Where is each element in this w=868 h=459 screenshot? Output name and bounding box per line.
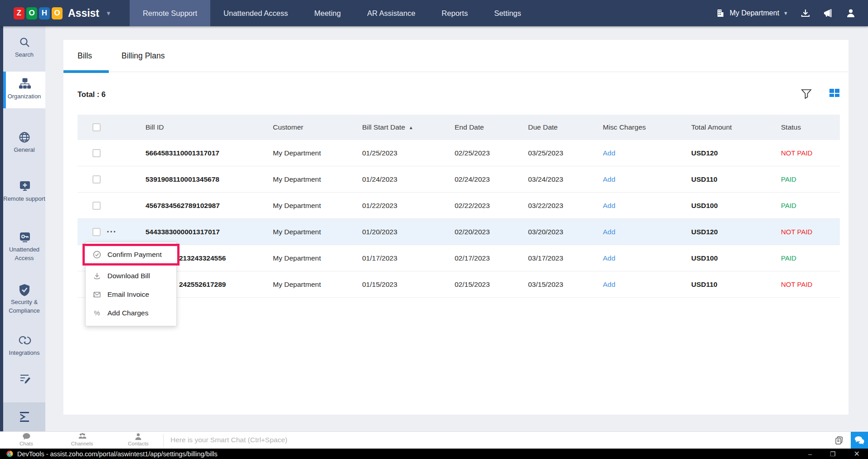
menu-item-confirm-payment[interactable]: Confirm Payment <box>82 244 179 266</box>
select-all-checkbox[interactable] <box>92 123 101 131</box>
table-row-active[interactable]: ••• 5443383000001317017 My Department 01… <box>78 219 840 245</box>
end-date: 02/20/2023 <box>455 228 528 236</box>
table-row[interactable]: 5664583110001317017 My Department 01/25/… <box>78 140 840 166</box>
col-total-amount[interactable]: Total Amount <box>691 123 781 131</box>
row-checkbox[interactable] <box>92 175 101 184</box>
download-agent-icon[interactable] <box>800 8 811 19</box>
recent-chats-icon[interactable] <box>834 435 844 446</box>
contacts-label: Contacts <box>128 441 148 446</box>
add-misc-charge-link[interactable]: Add <box>603 149 616 157</box>
department-selector[interactable]: My Department ▼ <box>715 8 788 19</box>
logo-letter-o1: O <box>26 7 37 19</box>
profile-icon[interactable] <box>845 8 856 19</box>
bill-start-date: 01/17/2023 <box>362 254 455 262</box>
main-content: Bills Billing Plans Total : 6 Bill ID <box>45 26 868 431</box>
sidebar-item-general[interactable]: General <box>3 130 45 155</box>
sidebar-item-organization[interactable]: Organization <box>3 72 45 108</box>
channels-label: Channels <box>71 441 93 446</box>
filter-icon[interactable] <box>800 87 815 102</box>
menu-item-label: Confirm Payment <box>107 251 162 259</box>
bill-id: 5443383000001317017 <box>145 228 273 236</box>
sidebar-item-remote-support[interactable]: Remote support <box>3 179 45 203</box>
col-misc-charges[interactable]: Misc Charges <box>603 123 691 131</box>
due-date: 03/15/2023 <box>528 280 603 289</box>
logo-letter-h: H <box>39 7 50 19</box>
customer: My Department <box>273 202 362 210</box>
nav-meeting[interactable]: Meeting <box>301 0 354 26</box>
bill-id: 4567834562789102987 <box>145 202 273 210</box>
minimize-button[interactable]: – <box>808 450 812 458</box>
chats-button[interactable]: Chats <box>16 433 36 447</box>
restore-button[interactable]: ❐ <box>830 450 836 458</box>
row-actions-icon[interactable]: ••• <box>107 229 117 235</box>
status-badge: NOT PAID <box>781 280 812 288</box>
email-icon <box>93 290 101 299</box>
billing-tabs: Bills Billing Plans <box>63 40 849 72</box>
sidebar-item-feedback[interactable] <box>3 371 45 387</box>
announcement-icon[interactable] <box>823 8 834 19</box>
end-date: 02/15/2023 <box>455 280 528 289</box>
screen: Z O H O Assist ▼ Remote Support Unattend… <box>0 0 868 459</box>
menu-item-email-invoice[interactable]: Email Invoice <box>86 285 176 304</box>
monitor-plus-icon <box>19 180 30 192</box>
sidebar-label: Security & Compliance <box>9 299 40 314</box>
col-bill-start-date[interactable]: Bill Start Date ▲ <box>362 123 455 131</box>
chat-bubble-icon <box>22 433 30 440</box>
percent-icon: % <box>93 309 101 317</box>
bill-id: 5391908110001345678 <box>145 175 273 184</box>
chevron-down-icon: ▼ <box>783 10 788 16</box>
tab-billing-plans[interactable]: Billing Plans <box>121 51 165 61</box>
row-checkbox[interactable] <box>92 202 101 210</box>
table-row[interactable]: 5391908110001345678 My Department 01/24/… <box>78 166 840 193</box>
nav-right-group: My Department ▼ <box>715 0 868 26</box>
add-misc-charge-link[interactable]: Add <box>603 202 616 209</box>
sidebar-item-integrations[interactable]: Integrations <box>3 333 45 358</box>
divider <box>163 434 164 447</box>
chevron-down-icon[interactable]: ▼ <box>106 10 112 17</box>
due-date: 03/17/2023 <box>528 254 603 262</box>
col-due-date[interactable]: Due Date <box>528 123 603 131</box>
zoho-assist-logo[interactable]: Z O H O Assist ▼ <box>0 0 120 26</box>
nav-reports[interactable]: Reports <box>428 0 481 26</box>
building-icon <box>715 8 726 19</box>
people-group-icon <box>78 433 86 440</box>
menu-item-add-charges[interactable]: % Add Charges <box>86 304 176 322</box>
smart-chat-input[interactable]: Here is your Smart Chat (Ctrl+Space) <box>170 436 624 444</box>
close-button[interactable]: ✕ <box>854 449 860 458</box>
sidebar-label: Integrations <box>9 349 40 356</box>
sidebar-item-console[interactable] <box>3 402 45 431</box>
add-misc-charge-link[interactable]: Add <box>603 175 616 183</box>
channels-button[interactable]: Channels <box>70 433 94 447</box>
table-row[interactable]: 213243324556 My Department 01/17/2023 02… <box>78 245 840 271</box>
status-badge: PAID <box>781 175 796 183</box>
col-customer[interactable]: Customer <box>273 123 362 131</box>
row-checkbox[interactable] <box>92 149 101 157</box>
nav-ar-assistance[interactable]: AR Assistance <box>354 0 428 26</box>
cliq-chat-button[interactable] <box>851 432 868 449</box>
sidebar-item-unattended-access[interactable]: Unattended Access <box>3 229 45 263</box>
sidebar-item-security-compliance[interactable]: Security & Compliance <box>3 282 45 315</box>
table-header-row: Bill ID Customer Bill Start Date ▲ End D… <box>78 115 840 140</box>
menu-item-download-bill[interactable]: Download Bill <box>86 266 176 285</box>
customer: My Department <box>273 175 362 184</box>
add-misc-charge-link[interactable]: Add <box>603 254 616 262</box>
col-status[interactable]: Status <box>781 123 840 131</box>
tab-bills[interactable]: Bills <box>78 51 92 61</box>
col-end-date[interactable]: End Date <box>455 123 528 131</box>
col-bill-id[interactable]: Bill ID <box>145 123 273 131</box>
table-row[interactable]: 242552617289 My Department 01/15/2023 02… <box>78 271 840 298</box>
row-checkbox[interactable] <box>92 228 101 236</box>
nav-settings[interactable]: Settings <box>481 0 534 26</box>
grid-view-icon[interactable] <box>828 87 843 102</box>
add-misc-charge-link[interactable]: Add <box>603 228 616 236</box>
bill-start-date: 01/15/2023 <box>362 280 455 289</box>
status-badge: NOT PAID <box>781 228 812 236</box>
nav-unattended-access[interactable]: Unattended Access <box>210 0 301 26</box>
contacts-button[interactable]: Contacts <box>127 433 150 447</box>
console-icon <box>19 411 30 422</box>
sidebar-item-search[interactable]: Search <box>3 34 45 59</box>
nav-remote-support[interactable]: Remote Support <box>130 0 210 26</box>
logo-letter-o2: O <box>52 7 63 19</box>
add-misc-charge-link[interactable]: Add <box>603 280 616 288</box>
table-row[interactable]: 4567834562789102987 My Department 01/22/… <box>78 193 840 219</box>
